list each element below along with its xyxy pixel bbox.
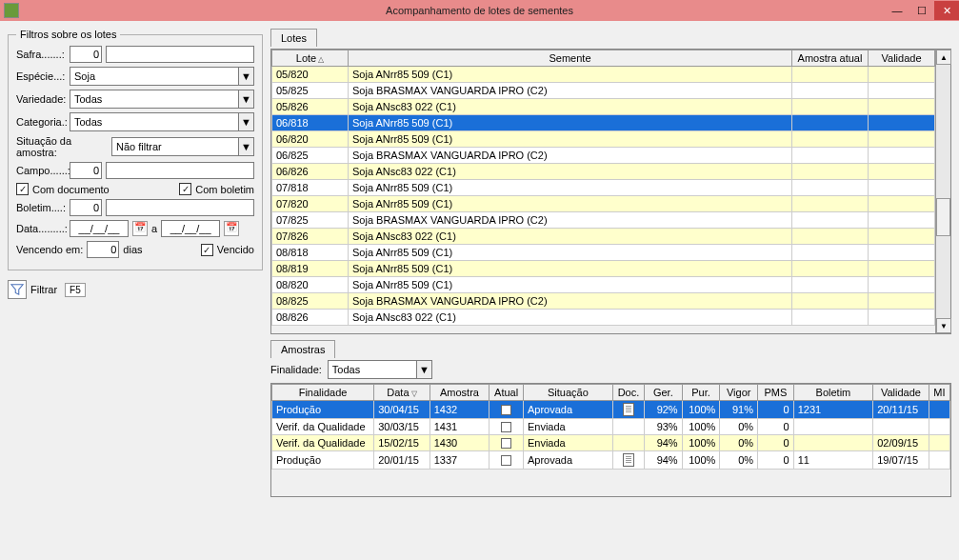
table-row[interactable]: 08/820Soja ANrr85 509 (C1) bbox=[272, 277, 935, 293]
checkbox-icon bbox=[501, 422, 511, 432]
checkbox-icon: ✓ bbox=[16, 183, 29, 195]
table-row[interactable]: Verif. da Qualidade15/02/151430Enviada94… bbox=[272, 435, 950, 451]
campo-input[interactable] bbox=[70, 162, 102, 179]
finalidade-label: Finalidade: bbox=[270, 364, 322, 375]
window-title: Acompanhamento de lotes de sementes bbox=[386, 5, 573, 16]
calendar-icon[interactable] bbox=[224, 221, 239, 236]
checkbox-icon: ✓ bbox=[201, 244, 213, 256]
col-boletim[interactable]: Boletim bbox=[793, 385, 873, 401]
com-boletim-label: Com boletim bbox=[195, 184, 254, 195]
boletim-text-input[interactable] bbox=[106, 199, 254, 216]
document-icon[interactable] bbox=[623, 403, 634, 416]
tab-amostras[interactable]: Amostras bbox=[270, 340, 335, 358]
col-atual[interactable]: Atual bbox=[489, 385, 524, 401]
table-row[interactable]: 05/820Soja ANrr85 509 (C1) bbox=[272, 67, 935, 83]
filter-legend: Filtros sobre os lotes bbox=[16, 29, 120, 40]
table-row[interactable]: 08/826Soja ANsc83 022 (C1) bbox=[272, 310, 935, 326]
table-row[interactable]: 07/818Soja ANrr85 509 (C1) bbox=[272, 180, 935, 196]
categoria-label: Categoria.: bbox=[16, 116, 66, 128]
chevron-down-icon: ▼ bbox=[238, 90, 253, 108]
campo-label: Campo......: bbox=[16, 165, 66, 176]
com-documento-checkbox[interactable]: ✓ Com documento bbox=[16, 183, 110, 195]
table-row[interactable]: 05/826Soja ANsc83 022 (C1) bbox=[272, 99, 935, 115]
minimize-button[interactable]: — bbox=[885, 1, 909, 20]
col-doc[interactable]: Doc. bbox=[612, 385, 644, 401]
scrollbar[interactable]: ▲ ▼ bbox=[935, 50, 950, 333]
calendar-icon[interactable] bbox=[132, 221, 148, 236]
table-row[interactable]: Produção30/04/151432✓Aprovada92%100%91%0… bbox=[272, 401, 950, 419]
situacao-combo[interactable]: Não filtrar ▼ bbox=[111, 137, 254, 156]
situacao-label: Situação da amostra: bbox=[16, 135, 108, 158]
chevron-down-icon: ▼ bbox=[238, 138, 253, 155]
table-row[interactable]: Produção20/01/151337Aprovada94%100%0%011… bbox=[272, 451, 950, 470]
scroll-thumb[interactable] bbox=[936, 198, 950, 236]
finalidade-combo[interactable]: Todas ▼ bbox=[328, 360, 432, 379]
categoria-combo[interactable]: Todas ▼ bbox=[70, 112, 254, 131]
table-row[interactable]: 08/818Soja ANrr85 509 (C1) bbox=[272, 245, 935, 261]
col-amostra-atual[interactable]: Amostra atual bbox=[792, 50, 869, 67]
col-finalidade[interactable]: Finalidade bbox=[272, 385, 374, 401]
filter-fieldset: Filtros sobre os lotes Safra.......: Esp… bbox=[8, 29, 263, 270]
lotes-table[interactable]: Lote△ Semente Amostra atual Validade 05/… bbox=[271, 50, 935, 326]
amostras-table[interactable]: Finalidade Data▽ Amostra Atual Situação … bbox=[271, 384, 950, 470]
col-validade-am[interactable]: Validade bbox=[873, 385, 929, 401]
variedade-combo[interactable]: Todas ▼ bbox=[70, 90, 254, 109]
col-data[interactable]: Data▽ bbox=[374, 385, 430, 401]
maximize-button[interactable]: ☐ bbox=[909, 1, 934, 20]
tab-lotes[interactable]: Lotes bbox=[270, 29, 317, 47]
col-situacao[interactable]: Situação bbox=[523, 385, 612, 401]
filtrar-button[interactable]: Filtrar bbox=[8, 280, 57, 299]
campo-text-input[interactable] bbox=[106, 162, 254, 179]
safra-text-input[interactable] bbox=[106, 46, 254, 63]
close-button[interactable]: ✕ bbox=[934, 1, 959, 20]
col-semente[interactable]: Semente bbox=[349, 50, 792, 67]
table-row[interactable]: 06/825Soja BRASMAX VANGUARDA IPRO (C2) bbox=[272, 148, 935, 164]
com-documento-label: Com documento bbox=[32, 184, 110, 195]
boletim-label: Boletim....: bbox=[16, 202, 66, 213]
table-row[interactable]: 06/818Soja ANrr85 509 (C1) bbox=[272, 115, 935, 131]
filtrar-label: Filtrar bbox=[30, 284, 57, 295]
col-mi[interactable]: MI bbox=[929, 385, 949, 401]
date-from-input[interactable] bbox=[70, 220, 129, 237]
table-row[interactable]: 06/826Soja ANsc83 022 (C1) bbox=[272, 164, 935, 180]
document-icon[interactable] bbox=[623, 453, 634, 467]
col-ger[interactable]: Ger. bbox=[644, 385, 682, 401]
table-row[interactable]: Verif. da Qualidade30/03/151431Enviada93… bbox=[272, 419, 950, 435]
titlebar: Acompanhamento de lotes de sementes — ☐ … bbox=[0, 0, 959, 21]
com-boletim-checkbox[interactable]: ✓ Com boletim bbox=[179, 183, 254, 195]
categoria-value: Todas bbox=[74, 116, 102, 128]
col-validade[interactable]: Validade bbox=[869, 50, 935, 67]
scroll-up-icon[interactable]: ▲ bbox=[936, 50, 951, 65]
table-row[interactable]: 07/826Soja ANsc83 022 (C1) bbox=[272, 229, 935, 245]
date-to-input[interactable] bbox=[161, 220, 220, 237]
col-amostra[interactable]: Amostra bbox=[430, 385, 489, 401]
checkbox-icon: ✓ bbox=[179, 183, 191, 195]
table-row[interactable]: 08/825Soja BRASMAX VANGUARDA IPRO (C2) bbox=[272, 293, 935, 310]
table-row[interactable]: 06/820Soja ANrr85 509 (C1) bbox=[272, 131, 935, 148]
chevron-down-icon: ▼ bbox=[238, 113, 253, 130]
table-row[interactable]: 05/825Soja BRASMAX VANGUARDA IPRO (C2) bbox=[272, 83, 935, 99]
vencendo-label: Vencendo em: bbox=[16, 244, 83, 255]
col-pms[interactable]: PMS bbox=[758, 385, 794, 401]
safra-label: Safra.......: bbox=[16, 49, 66, 60]
variedade-value: Todas bbox=[74, 93, 102, 105]
safra-input[interactable] bbox=[70, 46, 102, 63]
vencido-checkbox[interactable]: ✓ Vencido bbox=[201, 244, 254, 256]
window-controls: — ☐ ✕ bbox=[885, 1, 959, 20]
dias-label: dias bbox=[123, 244, 142, 255]
finalidade-value: Todas bbox=[332, 364, 360, 375]
funnel-icon bbox=[8, 280, 27, 299]
col-pur[interactable]: Pur. bbox=[682, 385, 720, 401]
col-vigor[interactable]: Vigor bbox=[720, 385, 758, 401]
table-row[interactable]: 07/820Soja ANrr85 509 (C1) bbox=[272, 196, 935, 212]
scroll-down-icon[interactable]: ▼ bbox=[936, 318, 951, 333]
col-lote[interactable]: Lote△ bbox=[272, 50, 349, 67]
table-row[interactable]: 07/825Soja BRASMAX VANGUARDA IPRO (C2) bbox=[272, 212, 935, 229]
especie-value: Soja bbox=[74, 70, 95, 82]
vencendo-input[interactable] bbox=[87, 241, 119, 258]
table-row[interactable]: 08/819Soja ANrr85 509 (C1) bbox=[272, 261, 935, 277]
especie-combo[interactable]: Soja ▼ bbox=[70, 67, 254, 86]
boletim-input[interactable] bbox=[70, 199, 102, 216]
f5-shortcut: F5 bbox=[65, 283, 86, 297]
chevron-down-icon: ▼ bbox=[238, 68, 253, 85]
